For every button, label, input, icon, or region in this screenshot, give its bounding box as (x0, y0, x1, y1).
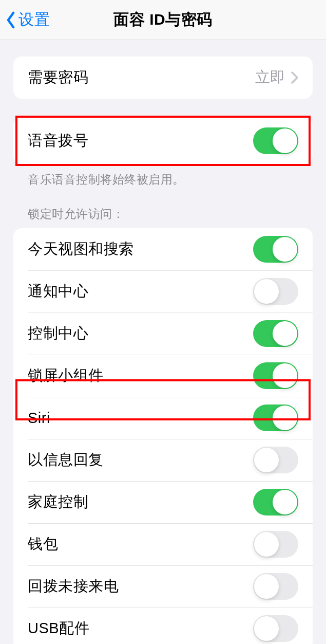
row-voice-dial: 语音拨号 (13, 117, 313, 164)
lock-access-toggle-7[interactable] (253, 531, 298, 558)
lock-access-label-7: 钱包 (28, 534, 58, 555)
navbar: 设置 面容 ID与密码 (0, 0, 326, 40)
row-require-passcode[interactable]: 需要密码 立即 (13, 57, 313, 99)
lock-access-label-6: 家庭控制 (28, 492, 88, 512)
lock-access-label-1: 通知中心 (28, 281, 88, 302)
require-passcode-label: 需要密码 (28, 67, 88, 88)
lock-access-toggle-6[interactable] (253, 489, 298, 516)
lock-access-label-8: 回拨未接来电 (28, 576, 119, 597)
lock-access-label-9: USB配件 (28, 618, 89, 639)
require-passcode-value: 立即 (255, 67, 285, 88)
lock-access-label-2: 控制中心 (28, 323, 88, 344)
row-lock-access-6: 家庭控制 (13, 481, 313, 523)
section-require-passcode: 需要密码 立即 (13, 57, 313, 99)
lock-access-toggle-0[interactable] (253, 236, 298, 263)
page-title: 面容 ID与密码 (0, 9, 326, 30)
lock-access-toggle-2[interactable] (253, 320, 298, 347)
row-lock-access-9: USB配件 (13, 608, 313, 644)
row-lock-access-8: 回拨未接来电 (13, 565, 313, 608)
voice-dial-footnote: 音乐语音控制将始终被启用。 (28, 172, 298, 188)
lock-access-toggle-9[interactable] (253, 615, 298, 642)
row-lock-access-1: 通知中心 (13, 270, 313, 312)
lock-access-label-3: 锁屏小组件 (28, 365, 104, 386)
row-lock-access-5: 以信息回复 (13, 439, 313, 481)
row-lock-access-2: 控制中心 (13, 312, 313, 355)
row-lock-access-0: 今天视图和搜索 (13, 228, 313, 270)
chevron-right-icon (291, 71, 298, 84)
row-lock-access-4: Siri (13, 397, 313, 439)
lock-access-label-4: Siri (28, 410, 50, 427)
voice-dial-label: 语音拨号 (28, 131, 88, 151)
lock-access-toggle-5[interactable] (253, 447, 298, 473)
lock-access-toggle-8[interactable] (253, 573, 298, 600)
lock-access-label-5: 以信息回复 (28, 450, 104, 470)
lock-access-toggle-4[interactable] (253, 404, 298, 431)
voice-dial-toggle[interactable] (253, 127, 298, 154)
lock-access-label-0: 今天视图和搜索 (28, 239, 134, 260)
row-lock-access-3: 锁屏小组件 (13, 355, 313, 397)
lock-access-toggle-3[interactable] (253, 362, 298, 389)
lock-access-header: 锁定时允许访问： (28, 206, 313, 222)
section-voice-dial: 语音拨号 音乐语音控制将始终被启用。 (13, 117, 313, 188)
row-lock-access-7: 钱包 (13, 523, 313, 565)
section-lock-access: 锁定时允许访问： 今天视图和搜索通知中心控制中心锁屏小组件Siri以信息回复家庭… (13, 206, 313, 644)
lock-access-toggle-1[interactable] (253, 278, 298, 305)
